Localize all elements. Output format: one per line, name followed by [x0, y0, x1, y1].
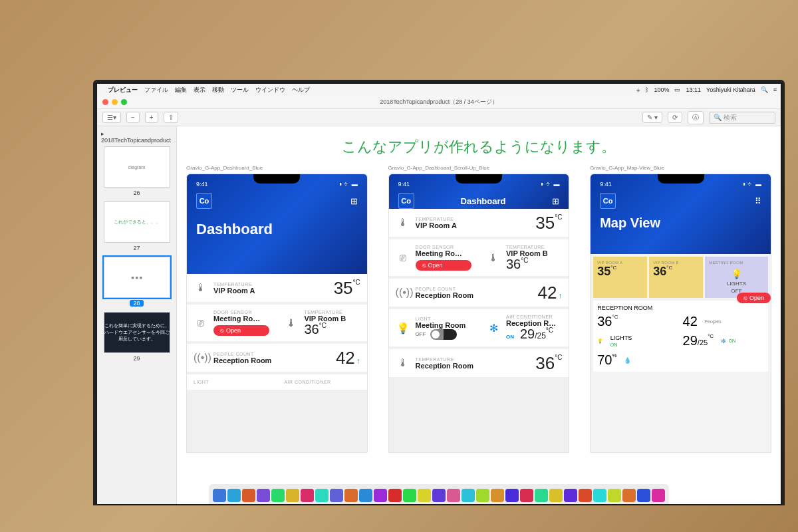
card-ac-cut[interactable]: AIR CONDITIONER [277, 374, 366, 390]
app-logo[interactable]: Co [398, 193, 414, 209]
thermometer-icon: 🌡 [486, 252, 501, 264]
card-vip-a-temp-2[interactable]: 🌡 TEMPERATURE VIP Room A 35°C [389, 209, 569, 237]
bulb-icon: 💡 [396, 322, 410, 334]
dock-app[interactable] [462, 489, 475, 502]
dock-app[interactable] [344, 489, 358, 502]
dock-app[interactable] [637, 489, 650, 502]
thumb-28[interactable]: ■ ■ ■ 28 [101, 257, 172, 307]
menu-help[interactable]: ヘルプ [292, 86, 310, 94]
app-logo[interactable]: Co [600, 193, 616, 209]
phone1-title: Dashboard [196, 221, 358, 238]
card-reception-people-2[interactable]: ((•)) PEOPLE COUNT Reception Room 42↑ [389, 279, 569, 307]
notch-icon [456, 174, 502, 184]
card-light-meeting[interactable]: 💡 LIGHT Meeting Room OFF [389, 311, 478, 345]
dock-app[interactable] [418, 489, 431, 502]
thumb-29[interactable]: これを簡単に実現するために、ハードウエアセンサーを今回ご用意しています。 29 [101, 312, 172, 362]
card-meeting-door-2[interactable]: ⎚ DOOR SENSOR Meeting Ro… ⎋ Open [389, 239, 478, 276]
tile-meeting[interactable]: MEETING ROOM 💡 LIGHTS OFF ⎋ Open [705, 257, 768, 298]
tile-reception[interactable]: RECEPTION ROOM 36°C 42 Peoples 💡 LIGHTSO… [593, 301, 768, 372]
dock-app[interactable] [257, 489, 270, 502]
zoom-out-button[interactable]: − [126, 112, 140, 123]
menubar-app-name[interactable]: プレビュー [108, 86, 138, 94]
phone-mock-2: 9:41 ▮ ᯤ ▬ Co Dashboard ⊞ 🌡 [388, 174, 570, 453]
macos-dock[interactable] [209, 484, 669, 504]
screen: プレビュー ファイル 編集 表示 移動 ツール ウインドウ ヘルプ ⏚ ᛒ 10… [97, 84, 781, 504]
menu-edit[interactable]: 編集 [175, 86, 187, 94]
dock-app[interactable] [330, 489, 343, 502]
dock-app[interactable] [549, 489, 563, 502]
bluetooth-icon[interactable]: ᛒ [645, 86, 648, 93]
menu-view[interactable]: 表示 [194, 86, 205, 94]
dock-app[interactable] [432, 489, 446, 502]
card-vip-b-temp[interactable]: 🌡 TEMPERATURE VIP Room B 36°C [277, 305, 366, 341]
bulb-icon: 💡 [731, 269, 742, 279]
search-input[interactable]: 🔍 検索 [709, 112, 775, 124]
dock-app[interactable] [359, 489, 372, 502]
dock-app[interactable] [286, 489, 299, 502]
dock-app[interactable] [271, 489, 285, 502]
sidebar-doc-name[interactable]: ▸ 2018TechTopicandproduct [101, 130, 172, 144]
menu-go[interactable]: 移動 [212, 86, 224, 94]
zoom-in-button[interactable]: + [145, 112, 158, 123]
markup-button[interactable]: ✎ ▾ [642, 112, 662, 123]
card-light-cut[interactable]: LIGHT [187, 374, 276, 390]
tile-vip-a[interactable]: VIP ROOM A 35°C [593, 257, 647, 298]
thermometer-icon: 🌡 [396, 357, 410, 369]
notification-center-icon[interactable]: ≡ [773, 86, 777, 93]
thumb-27[interactable]: これができると、、、 27 [101, 201, 172, 251]
dock-app[interactable] [491, 489, 504, 502]
grid-view-icon[interactable]: ⊞ [552, 196, 559, 206]
sidebar-toggle-button[interactable]: ☰▾ [102, 112, 121, 123]
dock-app[interactable] [579, 489, 592, 502]
menu-file[interactable]: ファイル [144, 86, 168, 94]
tile-vip-b[interactable]: VIP ROOM B 36°C [649, 257, 703, 298]
annotate-button[interactable]: Ⓐ [688, 111, 704, 124]
dock-app[interactable] [227, 489, 241, 502]
clock[interactable]: 13:11 [686, 86, 701, 93]
preview-toolbar: ☰▾ − + ⇪ ✎ ▾ ⟳ Ⓐ 🔍 検索 [97, 109, 781, 126]
thumb-26[interactable]: diagram 26 [101, 146, 172, 196]
grid-view-icon[interactable]: ⊞ [350, 196, 358, 206]
people-icon: ((•)) [194, 352, 208, 364]
share-button[interactable]: ⇪ [164, 112, 178, 123]
dock-app[interactable] [608, 489, 621, 502]
spotlight-icon[interactable]: 🔍 [761, 86, 768, 93]
dock-app[interactable] [476, 489, 489, 502]
dock-app[interactable] [213, 489, 226, 502]
dock-app[interactable] [301, 489, 314, 502]
open-badge: ⎋ Open [213, 325, 269, 336]
card-ac-reception[interactable]: ✻ AIR CONDITIONER Reception R… ON 29/25°… [479, 309, 569, 346]
dock-app[interactable] [505, 489, 519, 502]
phone1-hero: 9:41 ▮ ᯤ ▬ Co ⊞ Dashboard [187, 174, 367, 274]
app-logo[interactable]: Co [196, 193, 212, 209]
rotate-button[interactable]: ⟳ [668, 112, 682, 123]
arrow-up-icon: ↑ [356, 356, 360, 366]
dock-app[interactable] [242, 489, 255, 502]
menubar-user[interactable]: Yoshiyuki Kitahara [706, 86, 755, 93]
dock-app[interactable] [374, 489, 387, 502]
battery-icon[interactable]: ▭ [674, 86, 680, 93]
dock-app[interactable] [622, 489, 636, 502]
dock-app[interactable] [403, 489, 416, 502]
card-meeting-door[interactable]: ⎚ DOOR SENSOR Meeting Ro… ⎋ Open [187, 305, 276, 341]
card-reception-people[interactable]: ((•)) PEOPLE COUNT Reception Room 42↑ [187, 344, 367, 372]
card-vip-b-temp-2[interactable]: 🌡 TEMPERATURE VIP Room B 36°C [479, 239, 569, 276]
dock-app[interactable] [388, 489, 402, 502]
light-toggle[interactable] [430, 329, 457, 340]
window-titlebar: 2018TechTopicandproduct（28 / 34ページ） [97, 96, 781, 109]
card-reception-temp[interactable]: 🌡 TEMPERATURE Reception Room 36°C [389, 349, 569, 377]
dock-app[interactable] [520, 489, 533, 502]
wifi-icon[interactable]: ⏚ [636, 86, 640, 93]
menu-tools[interactable]: ツール [231, 86, 249, 94]
grid-view-icon[interactable]: ⠿ [755, 196, 761, 206]
menu-window[interactable]: ウインドウ [255, 86, 285, 94]
dock-app[interactable] [652, 489, 665, 502]
card-vip-a-temp[interactable]: 🌡 TEMPERATURE VIP Room A 35°C [187, 274, 367, 302]
dock-app[interactable] [535, 489, 548, 502]
dock-app[interactable] [315, 489, 329, 502]
dock-app[interactable] [447, 489, 460, 502]
fan-icon: ✻ [486, 322, 501, 334]
dock-app[interactable] [593, 489, 606, 502]
dock-app[interactable] [564, 489, 577, 502]
slide-canvas: こんなアプリが作れるようになります。 Gravio_G-App_Dashboar… [177, 126, 781, 504]
